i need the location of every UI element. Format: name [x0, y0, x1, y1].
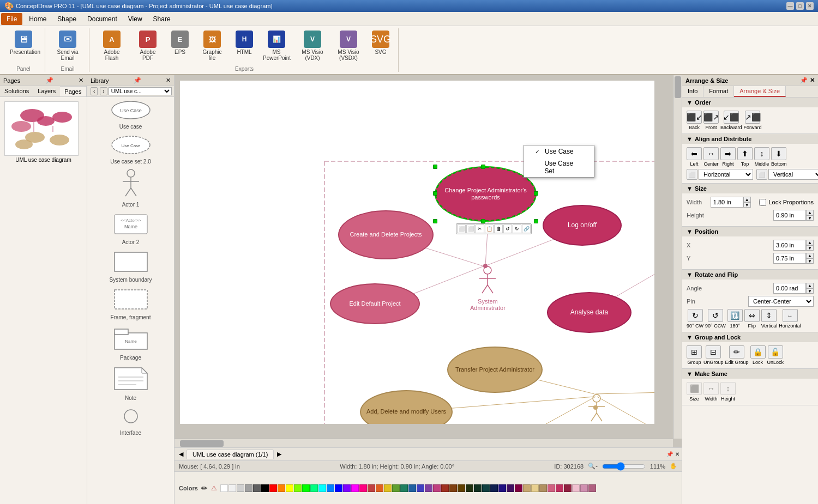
tab-pin-icon[interactable]: 📌	[666, 451, 673, 457]
send-email-button[interactable]: ✉ Send via Email	[51, 28, 85, 63]
minimize-button[interactable]: —	[786, 2, 794, 10]
section-rotate-header[interactable]: ▼ Rotate and Flip	[682, 270, 818, 280]
unlock-button[interactable]: 🔓	[768, 345, 783, 359]
horizontal-flip-button[interactable]: ↔	[783, 309, 798, 322]
handle-mr[interactable]	[534, 191, 538, 196]
library-item-use-case-set[interactable]: Use Case Use case set 2.0	[89, 134, 172, 165]
mini-btn-2[interactable]: ⬜	[466, 224, 475, 233]
color-swatch[interactable]	[384, 484, 392, 492]
color-swatch[interactable]	[294, 484, 302, 492]
colors-edit-icon[interactable]: ✏	[201, 484, 208, 493]
handle-bl[interactable]	[433, 219, 437, 223]
handle-ml[interactable]	[433, 191, 437, 196]
handle-br[interactable]	[534, 219, 538, 223]
mini-btn-7[interactable]: ↻	[513, 224, 521, 233]
eps-button[interactable]: E EPS	[167, 28, 193, 57]
pin-dropdown[interactable]: Center-Center	[748, 296, 814, 307]
color-swatch[interactable]	[286, 484, 293, 492]
tab-solutions[interactable]: Solutions	[0, 86, 33, 96]
color-swatch[interactable]	[588, 484, 596, 492]
angle-up-button[interactable]: ▲	[806, 283, 814, 288]
library-item-actor1[interactable]: Actor 1	[89, 169, 172, 208]
tab-arrange-size[interactable]: Arrange & Size	[734, 86, 786, 97]
color-swatch[interactable]	[359, 484, 367, 492]
order-backward-button[interactable]: ↙⬛	[724, 111, 739, 124]
tab-layers[interactable]: Layers	[33, 86, 60, 96]
mini-btn-4[interactable]: 📋	[485, 224, 494, 233]
color-swatch[interactable]	[376, 484, 383, 492]
mini-btn-1[interactable]: ⬜	[457, 224, 466, 233]
ellipse-analyse-data[interactable]: Analyse data	[547, 292, 631, 333]
group-button[interactable]: ⊞	[687, 345, 702, 359]
color-swatch[interactable]	[458, 484, 465, 492]
ellipse-create-delete-projects[interactable]: Create and Delete Projects	[338, 210, 434, 259]
rotate-90ccw-button[interactable]: ↺	[708, 309, 723, 322]
color-swatch[interactable]	[425, 484, 432, 492]
tab-nav-next[interactable]: ▶	[275, 450, 284, 459]
align-bottom-button[interactable]: ⬇	[771, 147, 786, 160]
maximize-button[interactable]: □	[796, 2, 804, 10]
canvas[interactable]: Change Project Administrator's passwords	[180, 81, 654, 424]
section-group-header[interactable]: ▼ Group and Lock	[682, 332, 818, 342]
adobe-pdf-button[interactable]: P Adobe PDF	[131, 28, 165, 63]
ellipse-add-delete-users[interactable]: Add, Delete and modify Users	[360, 390, 453, 424]
horizontal-dropdown[interactable]: Horizontal	[699, 169, 753, 180]
height-up-button[interactable]: ▲	[806, 210, 814, 215]
color-swatch[interactable]	[580, 484, 588, 492]
mini-btn-6[interactable]: ↺	[503, 224, 512, 233]
align-right-button[interactable]: ➡	[720, 147, 736, 160]
handle-tm[interactable]	[481, 165, 485, 169]
color-swatch[interactable]	[507, 484, 514, 492]
width-up-button[interactable]: ▲	[743, 197, 751, 202]
library-item-interface[interactable]: Interface	[89, 405, 172, 436]
color-swatch[interactable]	[253, 484, 261, 492]
mini-btn-5[interactable]: 🗑	[494, 224, 503, 233]
color-swatch[interactable]	[572, 484, 580, 492]
align-left-button[interactable]: ⬅	[687, 147, 702, 160]
make-same-height-button[interactable]: ↕	[720, 382, 736, 395]
ellipse-log-onoff[interactable]: Log on/off	[543, 205, 622, 246]
color-swatch[interactable]	[302, 484, 310, 492]
ms-powerpoint-button[interactable]: 📊 MS PowerPoint	[260, 28, 293, 63]
flip-button[interactable]: ⇔	[744, 309, 760, 322]
diagram-tab[interactable]: UML use case diagram (1/1)	[187, 450, 274, 459]
color-swatch[interactable]	[417, 484, 424, 492]
ms-visio-vsdx-button[interactable]: V MS Visio (VSDX)	[332, 28, 365, 63]
color-swatch[interactable]	[220, 484, 228, 492]
align-middle-button[interactable]: ↕	[754, 147, 769, 160]
color-swatch[interactable]	[318, 484, 326, 492]
tab-pages[interactable]: Pages	[60, 86, 86, 96]
vertical-scrollbar[interactable]	[673, 75, 682, 439]
ctx-use-case-set[interactable]: Use Case Set	[524, 157, 594, 177]
ungroup-button[interactable]: ⊟	[706, 345, 721, 359]
menu-shape[interactable]: Shape	[52, 12, 82, 26]
color-swatch[interactable]	[327, 484, 334, 492]
library-item-actor2[interactable]: <<Actor>> Name Actor 2	[89, 212, 172, 245]
page-thumbnail[interactable]	[4, 101, 79, 156]
pages-pin-icon[interactable]: 📌	[46, 77, 53, 84]
color-swatch[interactable]	[556, 484, 563, 492]
color-swatch[interactable]	[245, 484, 252, 492]
color-swatch[interactable]	[310, 484, 318, 492]
height-input[interactable]	[773, 210, 806, 221]
menu-home[interactable]: Home	[23, 12, 52, 26]
color-swatch[interactable]	[343, 484, 351, 492]
section-position-header[interactable]: ▼ Position	[682, 227, 818, 236]
rotate-180-button[interactable]: 🔃	[727, 309, 743, 322]
hand-tool-icon[interactable]: ✋	[670, 463, 677, 470]
color-swatch[interactable]	[539, 484, 547, 492]
color-swatch[interactable]	[441, 484, 449, 492]
align-top-button[interactable]: ⬆	[737, 147, 753, 160]
menu-share[interactable]: Share	[148, 12, 176, 26]
color-swatch[interactable]	[482, 484, 490, 492]
vertical-align-icon[interactable]: ⬜	[756, 169, 767, 180]
color-swatch[interactable]	[400, 484, 408, 492]
tab-nav-prev[interactable]: ◀	[177, 450, 185, 459]
pages-close-icon[interactable]: ✕	[79, 77, 83, 84]
actor-system-admin[interactable]: SystemAdministrator	[470, 266, 506, 311]
y-input[interactable]	[773, 253, 806, 264]
color-swatch[interactable]	[523, 484, 531, 492]
align-center-button[interactable]: ↔	[703, 147, 719, 160]
vertical-dropdown[interactable]: Vertical	[768, 169, 818, 180]
color-swatch[interactable]	[368, 484, 375, 492]
